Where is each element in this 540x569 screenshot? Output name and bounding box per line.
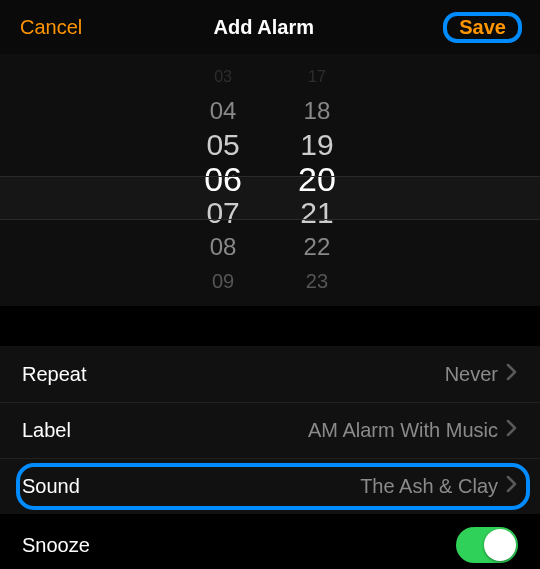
minute-selected[interactable]: 20	[298, 162, 336, 196]
chevron-right-icon	[506, 419, 518, 442]
sound-value: The Ash & Clay	[360, 475, 498, 498]
sound-row[interactable]: Sound The Ash & Clay	[0, 458, 540, 514]
label-label: Label	[22, 419, 71, 442]
hour-option[interactable]: 04	[210, 94, 237, 128]
hour-option[interactable]: 08	[210, 230, 237, 264]
minute-option[interactable]: 23	[306, 264, 328, 298]
time-picker[interactable]: 03 04 05 06 07 08 09 17 18 19 20 21 22 2…	[0, 54, 540, 306]
repeat-label: Repeat	[22, 363, 87, 386]
toggle-knob	[484, 529, 516, 561]
chevron-right-icon	[506, 363, 518, 386]
hour-option[interactable]: 05	[206, 128, 239, 162]
settings-list: Repeat Never Label AM Alarm With Music S…	[0, 346, 540, 569]
minute-option[interactable]: 17	[308, 60, 326, 94]
minute-column[interactable]: 17 18 19 20 21 22 23	[298, 60, 336, 306]
repeat-value: Never	[445, 363, 498, 386]
sound-label: Sound	[22, 475, 80, 498]
repeat-row[interactable]: Repeat Never	[0, 346, 540, 402]
chevron-right-icon	[506, 475, 518, 498]
minute-option[interactable]: 18	[304, 94, 331, 128]
minute-option[interactable]: 19	[300, 128, 333, 162]
hour-selected[interactable]: 06	[204, 162, 242, 196]
save-button[interactable]: Save	[445, 12, 520, 42]
nav-bar: Cancel Add Alarm Save	[0, 0, 540, 54]
save-button-wrap: Save	[445, 16, 520, 39]
minute-option[interactable]: 22	[304, 230, 331, 264]
minute-option[interactable]: 21	[300, 196, 333, 230]
hour-option[interactable]: 07	[206, 196, 239, 230]
page-title: Add Alarm	[214, 16, 314, 39]
hour-option[interactable]: 09	[212, 264, 234, 298]
hour-option[interactable]: 03	[214, 60, 232, 94]
spacer	[0, 306, 540, 346]
cancel-button[interactable]: Cancel	[20, 16, 82, 39]
snooze-row: Snooze	[0, 514, 540, 569]
snooze-toggle[interactable]	[456, 527, 518, 563]
snooze-label: Snooze	[22, 534, 90, 557]
label-row[interactable]: Label AM Alarm With Music	[0, 402, 540, 458]
label-value: AM Alarm With Music	[308, 419, 498, 442]
hour-column[interactable]: 03 04 05 06 07 08 09	[204, 60, 242, 306]
